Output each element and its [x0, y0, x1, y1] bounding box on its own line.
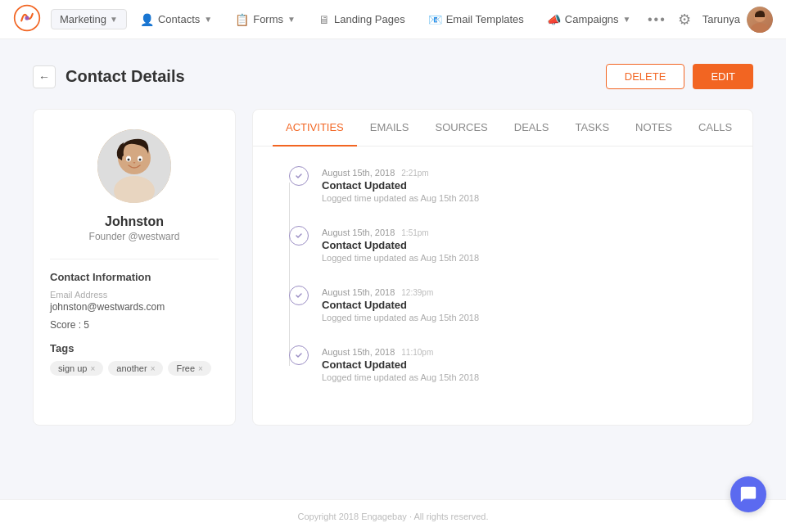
back-button[interactable]: ← [33, 65, 56, 88]
timeline-item: August 15th, 2018 1:51pm Contact Updated… [292, 226, 730, 263]
header-actions: DELETE EDIT [606, 64, 753, 89]
tags-title: Tags [50, 342, 219, 354]
form-icon: 📋 [235, 13, 249, 26]
page-header: ← Contact Details DELETE EDIT [33, 64, 753, 89]
timeline-body: August 15th, 2018 1:51pm Contact Updated… [322, 226, 730, 263]
timeline-title: Contact Updated [322, 358, 730, 371]
gear-icon[interactable]: ⚙ [678, 11, 691, 29]
svg-point-1 [25, 16, 29, 20]
delete-button[interactable]: DELETE [606, 64, 685, 89]
tag: another× [108, 361, 163, 376]
tab-emails[interactable]: EMAILS [357, 110, 422, 147]
nav-campaigns[interactable]: 📣 Campaigns ▼ [537, 0, 641, 39]
tab-calls[interactable]: CALLS [685, 110, 745, 147]
contact-score: Score : 5 [50, 319, 219, 331]
more-options-icon[interactable]: ••• [648, 12, 666, 27]
main-content: Johnston Founder @westward Contact Infor… [33, 109, 753, 426]
activity-panel: ACTIVITIESEMAILSSOURCESDEALSTASKSNOTESCA… [252, 109, 753, 426]
timeline-date-row: August 15th, 2018 1:51pm [322, 228, 730, 237]
app-logo[interactable] [13, 4, 41, 34]
tag-close-icon[interactable]: × [151, 364, 156, 373]
tags-section: Tags sign up×another×Free× [50, 342, 219, 376]
page-content: ← Contact Details DELETE EDIT [0, 39, 786, 499]
tag-label: another [116, 363, 147, 373]
tag-close-icon[interactable]: × [90, 364, 95, 373]
nav-forms[interactable]: 📋 Forms ▼ [225, 0, 305, 39]
tag: Free× [168, 361, 210, 376]
chevron-down-icon: ▼ [204, 15, 212, 24]
tab-notes[interactable]: NOTES [622, 110, 685, 147]
timeline-body: August 15th, 2018 12:39pm Contact Update… [322, 286, 730, 322]
activity-content: August 15th, 2018 2:21pm Contact Updated… [253, 147, 752, 425]
chat-bubble[interactable] [730, 476, 766, 512]
chat-icon [739, 485, 757, 503]
timeline-icon [289, 226, 309, 246]
contact-sidebar: Johnston Founder @westward Contact Infor… [33, 109, 236, 426]
person-icon: 👤 [140, 13, 154, 26]
contact-avatar [97, 129, 171, 203]
edit-button[interactable]: EDIT [693, 64, 753, 89]
timeline-body: August 15th, 2018 2:21pm Contact Updated… [322, 166, 730, 203]
timeline-title: Contact Updated [322, 299, 730, 311]
timeline-desc: Logged time updated as Aug 15th 2018 [322, 313, 730, 322]
timeline-time: 1:51pm [401, 228, 428, 237]
footer: Copyright 2018 Engagebay · All rights re… [0, 499, 786, 532]
timeline-desc: Logged time updated as Aug 15th 2018 [322, 253, 730, 263]
timeline-time: 12:39pm [401, 288, 433, 297]
chevron-down-icon: ▼ [110, 15, 118, 24]
timeline-time: 2:21pm [401, 169, 428, 178]
copyright: Copyright 2018 Engagebay · All rights re… [298, 512, 489, 521]
avatar [747, 7, 773, 33]
contact-info-section: Contact Information Email Address johnst… [50, 271, 219, 331]
navbar-actions: ••• ⚙ Tarunya [648, 7, 773, 33]
timeline-date: August 15th, 2018 [322, 287, 395, 297]
timeline-date: August 15th, 2018 [322, 347, 395, 357]
chevron-down-icon: ▼ [623, 15, 631, 24]
svg-point-3 [751, 23, 769, 33]
tabs: ACTIVITIESEMAILSSOURCESDEALSTASKSNOTESCA… [253, 110, 752, 147]
nav-email-templates[interactable]: 📧 Email Templates [418, 0, 534, 39]
svg-point-9 [128, 159, 130, 161]
tab-sources[interactable]: SOURCES [422, 110, 500, 147]
tab-activities[interactable]: ACTIVITIES [273, 110, 357, 147]
timeline-desc: Logged time updated as Aug 15th 2018 [322, 372, 730, 382]
tags-list: sign up×another×Free× [50, 361, 219, 376]
timeline-body: August 15th, 2018 11:10pm Contact Update… [322, 345, 730, 382]
tag: sign up× [50, 361, 103, 376]
contact-photo [50, 129, 219, 203]
email-icon: 📧 [428, 13, 442, 26]
workspace-dropdown[interactable]: Marketing ▼ [51, 9, 127, 29]
user-menu[interactable]: Tarunya [702, 7, 773, 33]
timeline-title: Contact Updated [322, 239, 730, 251]
chevron-down-icon: ▼ [287, 15, 296, 24]
svg-point-10 [139, 159, 142, 161]
timeline: August 15th, 2018 2:21pm Contact Updated… [276, 166, 730, 382]
timeline-item: August 15th, 2018 11:10pm Contact Update… [292, 345, 730, 382]
contact-email: johnston@westwards.com [50, 301, 219, 313]
timeline-item: August 15th, 2018 2:21pm Contact Updated… [292, 166, 730, 203]
contact-name: Johnston [50, 214, 219, 229]
tag-close-icon[interactable]: × [198, 364, 203, 373]
tab-tasks[interactable]: TASKS [562, 110, 622, 147]
tag-label: sign up [58, 363, 87, 373]
timeline-date-row: August 15th, 2018 11:10pm [322, 347, 730, 357]
tab-deals[interactable]: DEALS [501, 110, 562, 147]
timeline-title: Contact Updated [322, 179, 730, 192]
page-header-left: ← Contact Details [33, 65, 185, 88]
user-name: Tarunya [702, 13, 740, 25]
navbar: Marketing ▼ 👤 Contacts ▼ 📋 Forms ▼ 🖥 Lan… [0, 0, 786, 39]
nav-contacts[interactable]: 👤 Contacts ▼ [130, 0, 222, 39]
timeline-icon [289, 345, 309, 365]
contact-role: Founder @westward [50, 231, 219, 242]
timeline-icon [289, 286, 309, 305]
divider [50, 259, 219, 259]
nav-landing-pages[interactable]: 🖥 Landing Pages [309, 0, 415, 39]
info-section-title: Contact Information [50, 271, 219, 283]
workspace-label: Marketing [60, 13, 106, 25]
timeline-time: 11:10pm [401, 348, 433, 357]
tag-label: Free [176, 363, 195, 373]
email-label: Email Address [50, 290, 219, 300]
timeline-date: August 15th, 2018 [322, 228, 395, 237]
timeline-desc: Logged time updated as Aug 15th 2018 [322, 193, 730, 203]
page-title: Contact Details [66, 67, 185, 86]
